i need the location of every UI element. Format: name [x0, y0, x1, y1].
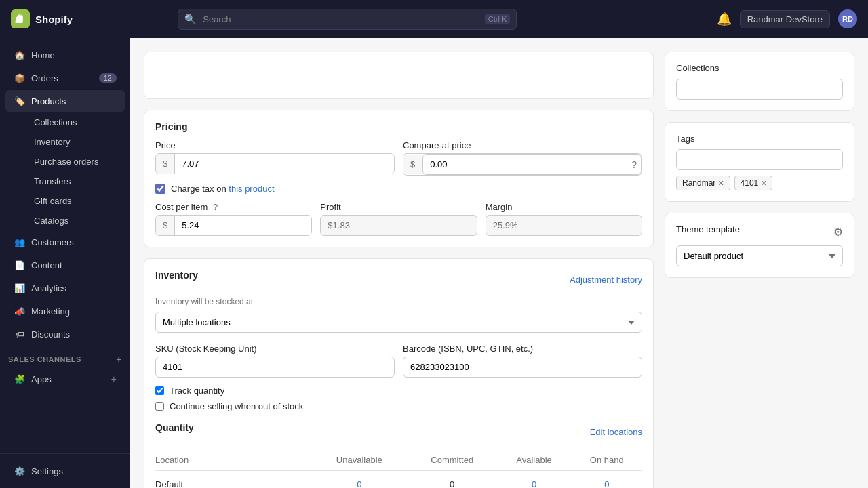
sidebar-item-inventory[interactable]: Inventory: [26, 132, 125, 152]
content-icon: 📄: [14, 259, 26, 271]
theme-template-label: Theme template: [676, 224, 740, 235]
sidebar-item-label: Content: [31, 260, 62, 270]
top-card-partial: [144, 52, 654, 99]
collections-card: Collections: [665, 52, 854, 111]
settings-icon: ⚙️: [14, 465, 26, 477]
cost-prefix: $: [156, 216, 175, 235]
sku-input[interactable]: [155, 357, 395, 378]
sku-barcode-row: SKU (Stock Keeping Unit) Barcode (ISBN, …: [155, 344, 642, 378]
theme-template-header: Theme template ⚙: [676, 224, 843, 240]
theme-settings-button[interactable]: ⚙: [833, 226, 843, 239]
compare-price-group: Compare-at price $ ?: [403, 140, 642, 176]
price-input[interactable]: [175, 154, 394, 174]
search-shortcut: Ctrl K: [485, 14, 511, 24]
inventory-title: Inventory: [155, 270, 198, 281]
available-link[interactable]: 0: [532, 479, 536, 488]
marketing-icon: 📣: [14, 305, 26, 317]
sidebar-item-customers[interactable]: 👥 Customers: [5, 231, 125, 253]
edit-locations-link[interactable]: Edit locations: [590, 427, 642, 437]
search-icon: 🔍: [184, 14, 196, 24]
cost-input[interactable]: [175, 216, 311, 235]
help-icon[interactable]: ?: [631, 159, 637, 170]
tags-label: Tags: [676, 134, 843, 144]
pricing-title: Pricing: [155, 121, 642, 132]
charge-tax-checkbox[interactable]: [155, 184, 165, 194]
gift-cards-label: Gift cards: [34, 196, 72, 206]
on-hand-link[interactable]: 0: [604, 479, 609, 488]
purchase-orders-label: Purchase orders: [34, 157, 98, 167]
tags-input[interactable]: [676, 149, 843, 170]
search-bar[interactable]: 🔍 Ctrl K: [178, 9, 517, 30]
continue-sell-checkbox[interactable]: [155, 402, 164, 411]
stocked-at-select[interactable]: Multiple locations: [155, 312, 642, 333]
sidebar-item-purchase-orders[interactable]: Purchase orders: [26, 152, 125, 171]
sidebar-item-label: Discounts: [31, 329, 70, 340]
sidebar-item-transfers[interactable]: Transfers: [26, 171, 125, 191]
theme-template-select[interactable]: Default product: [676, 245, 843, 266]
cost-label: Cost per item ?: [155, 202, 312, 212]
profit-group: Profit: [320, 202, 477, 236]
sidebar-item-home[interactable]: 🏠 Home: [5, 44, 125, 66]
orders-badge: 12: [99, 73, 117, 83]
store-name: Randmar DevStore: [747, 14, 823, 24]
cost-help-icon[interactable]: ?: [213, 202, 218, 212]
stocked-at-wrapper: Multiple locations: [155, 312, 642, 333]
cost-group: Cost per item ? $: [155, 202, 312, 236]
price-prefix: $: [156, 154, 175, 174]
left-column: Pricing Price $ Compare-at price: [144, 52, 654, 488]
sidebar-item-marketing[interactable]: 📣 Marketing: [5, 300, 125, 322]
sidebar-item-label: Home: [31, 50, 55, 60]
price-group: Price $: [155, 140, 395, 176]
notifications-button[interactable]: 🔔: [717, 12, 732, 26]
sidebar-item-products[interactable]: 🏷️ Products: [5, 90, 125, 112]
sidebar-item-discounts[interactable]: 🏷 Discounts: [5, 323, 125, 345]
tag-remove-button[interactable]: ×: [761, 178, 766, 188]
margin-label: Margin: [486, 202, 642, 212]
col-committed: Committed: [408, 449, 497, 471]
track-qty-checkbox[interactable]: [155, 386, 164, 395]
sidebar-item-orders[interactable]: 📦 Orders 12: [5, 67, 125, 89]
price-input-wrapper: $: [155, 153, 395, 174]
shopify-logo-icon: [11, 9, 30, 28]
sidebar-item-apps[interactable]: 🧩 Apps +: [5, 368, 125, 390]
quantity-title: Quantity: [155, 422, 194, 433]
customers-icon: 👥: [14, 236, 26, 248]
sidebar-item-settings[interactable]: ⚙️ Settings: [5, 460, 125, 482]
collections-input[interactable]: [676, 79, 843, 100]
barcode-input[interactable]: [403, 357, 642, 378]
inventory-label: Inventory: [34, 137, 70, 147]
sidebar-item-label: Products: [31, 96, 66, 106]
search-input[interactable]: [178, 9, 517, 30]
topbar: Shopify 🔍 Ctrl K 🔔 Randmar DevStore RD: [0, 0, 868, 38]
avatar[interactable]: RD: [838, 9, 857, 28]
sidebar-item-content[interactable]: 📄 Content: [5, 254, 125, 276]
logo: Shopify: [11, 9, 73, 28]
adjustment-history-link[interactable]: Adjustment history: [570, 274, 642, 285]
discounts-icon: 🏷: [14, 328, 26, 340]
compare-prefix: $: [403, 155, 422, 174]
margin-group: Margin: [486, 202, 642, 236]
unavailable-count: 0: [311, 471, 408, 489]
col-unavailable: Unavailable: [311, 449, 408, 471]
sidebar-item-label: Analytics: [31, 283, 66, 293]
sidebar-bottom: ⚙️ Settings: [0, 453, 130, 483]
quantity-header: Quantity Edit locations: [155, 422, 642, 441]
profit-input: [320, 215, 477, 236]
cost-row: Cost per item ? $ Profit: [155, 202, 642, 236]
tag-remove-button[interactable]: ×: [718, 178, 724, 188]
sku-group: SKU (Stock Keeping Unit): [155, 344, 395, 378]
price-label: Price: [155, 140, 395, 150]
products-icon: 🏷️: [14, 95, 26, 107]
sidebar-item-collections[interactable]: Collections: [26, 113, 125, 132]
track-qty-label: Track quantity: [170, 386, 224, 396]
store-selector-button[interactable]: Randmar DevStore: [740, 10, 830, 28]
sidebar-item-analytics[interactable]: 📊 Analytics: [5, 277, 125, 299]
unavailable-link[interactable]: 0: [357, 479, 361, 488]
compare-price-input-wrapper: $ ?: [403, 153, 642, 176]
compare-price-input[interactable]: [422, 154, 642, 175]
continue-sell-label: Continue selling when out of stock: [170, 401, 303, 411]
this-product-link[interactable]: this product: [229, 184, 274, 194]
sidebar-item-gift-cards[interactable]: Gift cards: [26, 191, 125, 211]
margin-input: [486, 215, 642, 236]
sidebar-item-catalogs[interactable]: Catalogs: [26, 211, 125, 230]
